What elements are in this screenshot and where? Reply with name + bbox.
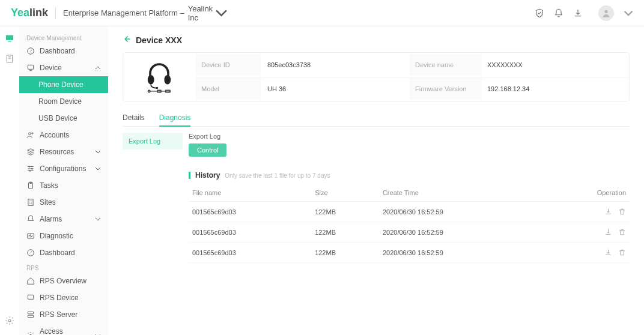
svg-rect-14 — [28, 199, 33, 206]
device-icon — [26, 294, 35, 302]
cell-create-time: 2020/06/30 16:52:59 — [379, 222, 542, 243]
sidebar-item-tasks[interactable]: Tasks — [19, 177, 108, 194]
sidebar-item-room-device[interactable]: Room Device — [19, 93, 108, 110]
stack-icon — [26, 148, 35, 156]
rail-device-icon[interactable] — [5, 54, 14, 64]
user-icon — [601, 8, 611, 18]
gear-icon — [26, 331, 35, 335]
sidebar-item-configurations[interactable]: Configurations — [19, 160, 108, 177]
history-accent-bar — [189, 172, 190, 179]
caret-down-icon[interactable] — [624, 8, 633, 18]
sidebar-item-rps-overview[interactable]: RPS Overview — [19, 273, 108, 289]
diagnosis-body: Export Log Export Log Control History On… — [123, 133, 630, 263]
control-button[interactable]: Control — [189, 143, 226, 157]
avatar[interactable] — [598, 5, 614, 21]
download-icon[interactable] — [573, 8, 583, 18]
sidebar-item-label: RPS Device — [40, 294, 79, 302]
svg-point-7 — [29, 133, 31, 135]
export-log-label: Export Log — [189, 133, 630, 140]
sidebar-item-rps-server[interactable]: RPS Server — [19, 306, 108, 323]
chevron-down-icon — [95, 333, 101, 335]
sidebar-item-sites[interactable]: Sites — [19, 194, 108, 211]
diagnosis-panel: Export Log Control History Only save the… — [183, 133, 630, 263]
svg-rect-19 — [28, 315, 33, 318]
sidebar-item-accounts[interactable]: Accounts — [19, 127, 108, 143]
cell-size: 122MB — [311, 222, 379, 243]
device-info-card: Device ID 805ec03c3738 Device name XXXXX… — [123, 52, 630, 101]
cell-file-name: 001565c69d03 — [189, 202, 311, 222]
bell-icon[interactable] — [554, 8, 564, 18]
sidebar-item-usb-device[interactable]: USB Device — [19, 110, 108, 127]
cell-operation — [542, 202, 630, 222]
sidebar-item-label: Dashboard — [40, 249, 75, 257]
server-icon — [26, 310, 35, 319]
home-icon — [26, 277, 35, 285]
trash-icon[interactable] — [618, 249, 626, 256]
device-info-grid: Device ID 805ec03c3738 Device name XXXXX… — [195, 53, 629, 101]
device-icon — [26, 64, 35, 72]
sidebar-item-dashboard[interactable]: Dashboard — [19, 43, 108, 59]
col-size: Size — [311, 184, 379, 202]
alarm-icon — [26, 215, 35, 223]
tab-details[interactable]: Details — [123, 110, 145, 126]
cell-create-time: 2020/06/30 16:52:59 — [379, 243, 542, 263]
diagnosis-side-menu: Export Log — [123, 133, 183, 263]
cell-file-name: 001565c69d03 — [189, 243, 311, 263]
back-button[interactable] — [123, 35, 131, 45]
svg-rect-18 — [28, 312, 33, 314]
sidebar-item-rps-device[interactable]: RPS Device — [19, 289, 108, 306]
users-icon — [26, 131, 35, 139]
sidebar-item-label: Room Device — [38, 97, 82, 106]
sidebar-item-resources[interactable]: Resources — [19, 143, 108, 160]
history-title: History — [195, 171, 220, 180]
sidebar-item-dashboard-2[interactable]: Dashboard — [19, 244, 108, 261]
org-selector[interactable]: Yealink Inc — [188, 4, 228, 22]
sidebar-item-label: RPS Overview — [40, 277, 87, 285]
gear-icon[interactable] — [5, 316, 14, 325]
sidebar-item-access-settings[interactable]: Access Settings — [19, 323, 108, 335]
sidebar-item-label: Phone Device — [38, 80, 84, 89]
col-operation: Operation — [542, 184, 630, 202]
download-icon[interactable] — [604, 249, 612, 256]
download-icon[interactable] — [604, 228, 612, 236]
trash-icon[interactable] — [618, 228, 626, 236]
cell-size: 122MB — [311, 202, 379, 222]
download-icon[interactable] — [604, 208, 612, 216]
platform-label: Enterprise Management Platform – — [63, 8, 184, 17]
table-row: 001565c69d03122MB2020/06/30 16:52:59 — [189, 222, 630, 243]
sliders-icon — [26, 164, 35, 173]
sidebar-item-label: Alarms — [40, 215, 62, 223]
page-title: Device XXX — [136, 35, 182, 45]
col-create-time: Create Time — [379, 184, 542, 202]
gauge-icon — [26, 47, 35, 55]
sidebar-item-label: USB Device — [38, 114, 77, 122]
cell-size: 122MB — [311, 243, 379, 263]
sidebar-item-alarms[interactable]: Alarms — [19, 211, 108, 228]
brand-logo: Yealink — [11, 7, 48, 19]
divider — [55, 7, 56, 19]
arrow-left-icon — [123, 35, 131, 43]
svg-rect-6 — [28, 65, 33, 69]
tab-diagnosis[interactable]: Diagnosis — [159, 110, 191, 127]
svg-point-23 — [156, 87, 159, 89]
svg-point-0 — [604, 10, 607, 13]
sidebar-item-phone-device[interactable]: Phone Device — [19, 76, 108, 93]
trash-icon[interactable] — [618, 208, 626, 216]
headset-icon — [141, 59, 177, 95]
page-title-row: Device XXX — [123, 35, 630, 45]
sidebar-item-label: RPS Server — [40, 310, 77, 319]
diag-menu-export-log[interactable]: Export Log — [123, 133, 183, 149]
device-id-value: 805ec03c3738 — [261, 54, 409, 76]
sidebar-item-label: Access Settings — [40, 327, 90, 335]
device-name-value: XXXXXXXX — [481, 54, 629, 76]
firmware-label: Firmware Version — [409, 77, 481, 100]
model-value: UH 36 — [261, 77, 409, 100]
rail-monitor-icon[interactable] — [5, 34, 14, 43]
gauge-icon — [26, 249, 35, 257]
sidebar-item-device[interactable]: Device — [19, 59, 108, 76]
clipboard-icon — [26, 181, 35, 190]
history-hint: Only save the last 1 file for up to 7 da… — [225, 172, 330, 179]
shield-icon[interactable] — [535, 8, 544, 18]
sidebar-item-diagnostic[interactable]: Diagnostic — [19, 228, 108, 244]
sidebar-item-label: Accounts — [40, 131, 69, 139]
